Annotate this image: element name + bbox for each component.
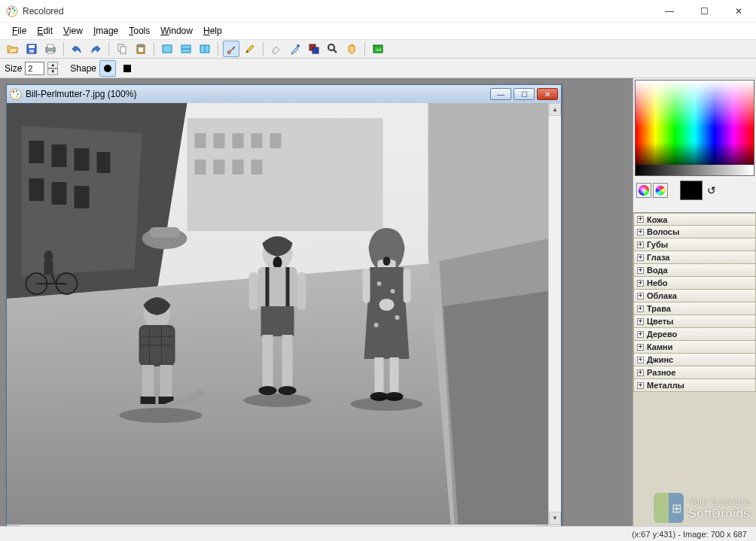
palette-item[interactable]: +Джинс — [633, 354, 756, 366]
color-wheel-button[interactable] — [653, 183, 668, 198]
menu-help[interactable]: Help — [199, 24, 227, 38]
document-icon — [10, 88, 22, 100]
swap-colors-icon[interactable]: ↺ — [704, 184, 716, 196]
pencil-tool-button[interactable] — [242, 41, 258, 57]
shape-circle-button[interactable] — [99, 60, 116, 77]
expand-icon[interactable]: + — [637, 216, 644, 223]
palette-item[interactable]: +Кожа — [633, 213, 756, 226]
watermark: ⊞ Your Software SoftDroids — [654, 493, 750, 523]
palette-item-label: Камни — [647, 342, 673, 351]
expand-icon[interactable]: + — [637, 254, 644, 261]
scroll-up-icon[interactable]: ▲ — [549, 103, 561, 116]
svg-rect-35 — [29, 141, 44, 163]
palette-item-label: Кожа — [647, 215, 667, 224]
brush-size-input[interactable] — [25, 62, 44, 75]
svg-marker-55 — [444, 291, 549, 524]
brush-options-toolbar: Size ▲▼ Shape — [0, 59, 756, 78]
expand-icon[interactable]: + — [637, 229, 644, 236]
expand-icon[interactable]: + — [637, 357, 644, 363]
svg-rect-78 — [258, 267, 297, 308]
palette-item[interactable]: +Волосы — [633, 226, 756, 239]
expand-icon[interactable]: + — [637, 293, 644, 299]
vertical-scrollbar[interactable]: ▲ ▼ — [548, 103, 561, 524]
palette-item-label: Губы — [647, 240, 668, 249]
expand-icon[interactable]: + — [637, 305, 644, 312]
palette-item[interactable]: +Разное — [633, 366, 756, 379]
expand-icon[interactable]: + — [637, 331, 644, 338]
palette-item[interactable]: +Губы — [633, 239, 756, 251]
expand-icon[interactable]: + — [637, 382, 644, 389]
expand-icon[interactable]: + — [637, 344, 644, 351]
expand-icon[interactable]: + — [637, 280, 644, 287]
svg-point-27 — [11, 89, 21, 99]
expand-icon[interactable]: + — [637, 242, 644, 248]
palette-item[interactable]: +Вода — [633, 264, 756, 277]
menu-image[interactable]: Image — [89, 24, 123, 38]
current-color-swatch[interactable] — [680, 181, 703, 200]
svg-line-25 — [334, 50, 337, 53]
foreground-swatch-button[interactable] — [306, 41, 322, 57]
expand-icon[interactable]: + — [637, 318, 644, 325]
menu-edit[interactable]: Edit — [32, 24, 57, 38]
hand-tool-button[interactable] — [343, 41, 360, 57]
redo-button[interactable] — [87, 41, 104, 57]
svg-point-3 — [14, 9, 16, 11]
palette-item[interactable]: +Камни — [633, 341, 756, 354]
brush-tool-button[interactable] — [223, 41, 239, 57]
split-v-button[interactable] — [197, 41, 213, 57]
svg-rect-82 — [263, 335, 273, 388]
menu-view[interactable]: View — [59, 24, 87, 38]
paste-button[interactable] — [133, 41, 149, 57]
color-spectrum-picker[interactable] — [635, 80, 754, 176]
window-minimize-button[interactable]: — — [652, 0, 687, 23]
svg-rect-57 — [150, 227, 180, 238]
svg-rect-73 — [141, 397, 156, 404]
document-maximize-button[interactable]: ☐ — [514, 88, 535, 100]
brush-size-spinner[interactable]: ▲▼ — [47, 62, 58, 75]
hue-wheel-button[interactable] — [636, 183, 651, 198]
onepane-button[interactable] — [159, 41, 175, 57]
save-button[interactable] — [23, 41, 40, 57]
open-button[interactable] — [5, 41, 21, 57]
split-h-button[interactable] — [178, 41, 194, 57]
document-minimize-button[interactable]: — — [490, 88, 511, 100]
window-maximize-button[interactable]: ☐ — [687, 0, 721, 23]
window-close-button[interactable]: ✕ — [721, 0, 756, 23]
svg-rect-49 — [214, 160, 225, 175]
menu-tools[interactable]: Tools — [124, 24, 154, 38]
menu-file[interactable]: File — [8, 24, 31, 38]
square-icon — [123, 65, 131, 72]
document-titlebar[interactable]: Bill-Perlmutter-7.jpg (100%) — ☐ ✕ — [7, 85, 561, 103]
svg-point-91 — [391, 289, 395, 293]
svg-point-31 — [16, 96, 18, 98]
svg-rect-38 — [97, 152, 111, 173]
image-viewport[interactable] — [7, 103, 548, 524]
scroll-down-icon[interactable]: ▼ — [549, 512, 561, 524]
color-swatch-row: ↺ — [633, 178, 756, 203]
svg-rect-72 — [160, 365, 172, 399]
palette-item-label: Глаза — [647, 253, 669, 262]
menu-window[interactable]: Window — [156, 24, 197, 38]
svg-point-94 — [374, 323, 379, 327]
copy-button[interactable] — [114, 41, 130, 57]
palette-item[interactable]: +Облака — [633, 290, 756, 302]
shape-square-button[interactable] — [119, 60, 136, 77]
undo-button[interactable] — [69, 41, 85, 57]
palette-item[interactable]: +Небо — [633, 277, 756, 290]
svg-rect-98 — [375, 357, 384, 394]
document-close-button[interactable]: ✕ — [537, 88, 558, 100]
palette-item[interactable]: +Цветы — [633, 315, 756, 328]
canvas-area: Bill-Perlmutter-7.jpg (100%) — ☐ ✕ — [0, 78, 633, 526]
palette-item[interactable]: +Металлы — [633, 379, 756, 392]
zoom-tool-button[interactable] — [325, 41, 341, 57]
eyedropper-tool-button[interactable] — [287, 41, 303, 57]
palette-item[interactable]: +Трава — [633, 302, 756, 315]
right-panel: ↺ +Кожа+Волосы+Губы+Глаза+Вода+Небо+Обла… — [633, 78, 756, 526]
expand-icon[interactable]: + — [637, 267, 644, 274]
print-button[interactable] — [42, 41, 59, 57]
eraser-tool-button[interactable] — [268, 41, 285, 57]
expand-icon[interactable]: + — [637, 369, 644, 376]
colorize-button[interactable] — [370, 41, 386, 57]
palette-item[interactable]: +Глаза — [633, 251, 756, 264]
palette-item[interactable]: +Дерево — [633, 328, 756, 341]
